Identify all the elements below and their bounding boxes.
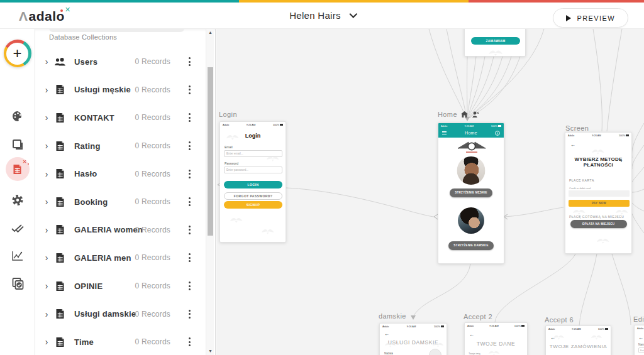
kebab-menu-icon[interactable] <box>185 309 194 319</box>
double-check-icon <box>11 222 25 233</box>
screen-zamawiam-card[interactable]: ZAMAWIAM <box>464 29 526 57</box>
scrollbar-thumb[interactable] <box>208 67 213 236</box>
kebab-menu-icon[interactable] <box>185 85 194 95</box>
kebab-menu-icon[interactable] <box>185 169 194 179</box>
screen-home[interactable]: Adalo 9:26 AM 100% Home STRZYŻENIE MĘSKI… <box>438 123 504 264</box>
kebab-menu-icon[interactable] <box>185 253 194 263</box>
expand-chevron-icon[interactable]: › <box>42 141 51 151</box>
add-component-button[interactable]: + <box>4 40 31 67</box>
name-input[interactable]: Enter... <box>638 347 644 353</box>
collection-row[interactable]: › Users 0 Records <box>35 48 201 76</box>
kebab-menu-icon[interactable] <box>185 197 194 207</box>
screen-payment[interactable]: Adalo 9:26 AM 100% ← WYBIERZ METODĘ PŁAT… <box>565 132 632 254</box>
back-arrow-icon[interactable]: ← <box>570 143 575 148</box>
screen-accept6[interactable]: Adalo 9:26 AM 100% ← TWOJE ZAMÓWIENIA <box>545 325 611 355</box>
forgot-password-button[interactable]: FORGOT PASSWORD? <box>224 192 282 200</box>
screens-button[interactable] <box>11 138 24 153</box>
screen-label-payment[interactable]: Screen <box>565 124 589 132</box>
email-input[interactable]: Enter email... <box>224 150 282 157</box>
adalo-watermark <box>591 148 604 155</box>
kebab-menu-icon[interactable] <box>185 281 194 291</box>
database-button-active[interactable]: ✕ <box>6 157 30 181</box>
screen-label-damskie[interactable]: damskie <box>379 312 406 320</box>
collection-record-count: 0 Records <box>135 253 171 262</box>
kebab-menu-icon[interactable] <box>185 225 194 235</box>
collection-row[interactable]: › KONTAKT 0 Records <box>35 104 201 132</box>
play-icon <box>566 15 571 21</box>
card-number-input[interactable] <box>569 190 630 197</box>
pay-now-button[interactable]: PAY NOW <box>569 200 630 207</box>
expand-chevron-icon[interactable]: › <box>42 112 51 123</box>
men-haircut-button[interactable]: STRZYŻENIE MĘSKIE <box>450 188 492 197</box>
publish-button[interactable] <box>11 277 24 293</box>
women-haircut-button[interactable]: STRZYŻENIE DAMSKIE <box>448 241 494 250</box>
screen-label-text: Screen <box>565 124 589 132</box>
collection-row[interactable]: › OPINIE 0 Records <box>35 272 201 300</box>
expand-chevron-icon[interactable]: › <box>42 85 51 95</box>
collection-row[interactable]: › Time 0 Records <box>35 328 201 355</box>
collection-row[interactable]: › Usługi męskie 0 Records <box>35 76 201 104</box>
pay-on-site-button[interactable]: OPŁATA NA MIEJSCU <box>570 220 627 228</box>
expand-chevron-icon[interactable]: › <box>42 225 51 235</box>
info-icon[interactable] <box>495 131 500 136</box>
screen-label-edit[interactable]: Edit <box>633 315 644 323</box>
collection-row[interactable]: › Hasło 0 Records <box>35 160 201 188</box>
expand-chevron-icon[interactable]: › <box>42 197 51 207</box>
collection-row[interactable]: › Usługi damskie 0 Records <box>35 300 201 328</box>
email-label: Email <box>225 145 233 149</box>
app-canvas[interactable]: ZAMAWIAM Login Adalo 9:26 AM 100% Login … <box>216 29 644 355</box>
battery-indicator: 100% <box>273 123 283 126</box>
password-input[interactable]: Enter password... <box>224 167 282 173</box>
adalo-logo[interactable]: ΛAdalo ✕ <box>19 8 72 25</box>
collection-row[interactable]: › Booking 0 Records <box>35 188 201 216</box>
kebab-menu-icon[interactable] <box>185 141 194 151</box>
branding-palette-button[interactable] <box>11 110 24 125</box>
expand-chevron-icon[interactable]: › <box>42 57 51 67</box>
kebab-menu-icon[interactable] <box>185 337 194 347</box>
zamawiam-button[interactable]: ZAMAWIAM <box>471 37 520 45</box>
scroll-down-arrow[interactable]: ▼ <box>206 347 214 355</box>
barber-women-photo[interactable] <box>458 207 484 234</box>
expand-chevron-icon[interactable]: › <box>42 169 51 179</box>
screen-edit[interactable]: Adalo 9:26 AM 100% ← Name Enter... <box>634 325 644 355</box>
screen-label-login[interactable]: Login <box>219 111 237 118</box>
barber-men-photo[interactable] <box>457 156 486 185</box>
collection-row[interactable]: › Rating 0 Records <box>35 132 201 160</box>
back-arrow-icon[interactable]: ← <box>638 336 643 341</box>
screen-login[interactable]: Adalo 9:26 AM 100% Login Email Enter ema… <box>219 121 286 243</box>
scroll-up-arrow[interactable]: ▲ <box>206 29 214 36</box>
expand-chevron-icon[interactable]: › <box>42 253 51 263</box>
status-bar: Adalo 9:26 AM 100% <box>380 324 447 329</box>
status-bar: Adalo 9:26 AM 100% <box>465 323 527 328</box>
screen-label-home[interactable]: Home <box>438 111 479 118</box>
expand-chevron-icon[interactable]: › <box>42 309 51 319</box>
screen-damskie[interactable]: Adalo 9:26 AM 100% ← USŁUGI DAMSKIE Nazw… <box>379 323 447 355</box>
screen-label-accept2[interactable]: Accept 2 <box>464 313 492 320</box>
checklist-button[interactable] <box>11 222 25 236</box>
collection-row[interactable]: › GALERIA men 0 Records <box>35 244 201 272</box>
adalo-watermark <box>229 216 243 223</box>
screen-accept2[interactable]: Adalo 9:26 AM 100% ← TWOJE DANE Twoje im… <box>464 322 528 355</box>
back-arrow-icon[interactable]: ← <box>384 332 389 337</box>
kebab-menu-icon[interactable] <box>185 57 194 67</box>
logo-text: Adalo <box>29 9 65 24</box>
collection-record-count: 0 Records <box>135 197 171 206</box>
app-name-dropdown[interactable]: Helen Hairs <box>289 10 355 21</box>
table-icon <box>55 337 65 347</box>
left-icon-rail: + ✕ <box>0 29 35 355</box>
sparkle-x: ✕ <box>23 159 27 165</box>
kebab-menu-icon[interactable] <box>185 112 194 123</box>
settings-button[interactable] <box>11 194 24 209</box>
signup-button[interactable]: SIGNUP <box>224 201 282 209</box>
table-icon <box>55 112 65 123</box>
expand-chevron-icon[interactable]: › <box>42 337 51 347</box>
collection-row[interactable]: › GALERIA women 0 Records <box>35 216 201 244</box>
login-button[interactable]: LOGIN <box>224 181 282 188</box>
panel-scrollbar[interactable]: ▲ ▼ <box>206 29 214 355</box>
expand-chevron-icon[interactable]: › <box>42 281 51 291</box>
back-arrow-icon[interactable]: ← <box>469 332 474 337</box>
screen-label-accept6[interactable]: Accept 6 <box>545 316 574 324</box>
analytics-button[interactable] <box>11 250 24 264</box>
preview-button[interactable]: PREVIEW <box>553 8 628 28</box>
payment-title-line1: WYBIERZ METODĘ <box>565 156 631 162</box>
